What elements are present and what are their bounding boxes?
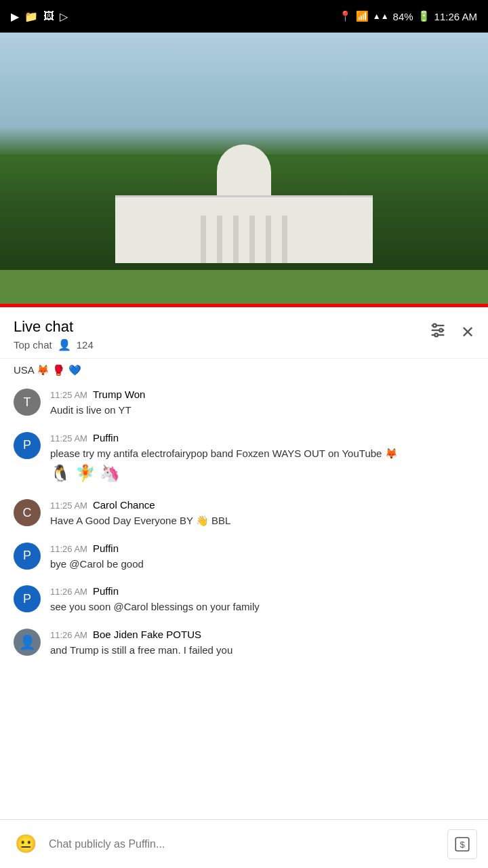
message-time: 11:26 AM: [50, 544, 87, 554]
avatar: P: [14, 542, 41, 570]
chat-message: P 11:26 AM Puffin see you soon @Carol bl…: [0, 578, 488, 622]
message-meta: 11:26 AM Puffin: [50, 585, 474, 597]
status-bar: ▶ 📁 🖼 ▷ 📍 📶 ▲▲ 84% 🔋 11:26 AM: [0, 0, 488, 33]
column: [249, 216, 255, 263]
chat-message: C 11:25 AM Carol Chance Have A Good Day …: [0, 492, 488, 536]
location-icon: 📍: [339, 10, 352, 22]
message-text: Have A Good Day Everyone BY 👋 BBL: [50, 513, 474, 529]
avatar: P: [14, 585, 41, 612]
svg-point-5: [434, 334, 438, 337]
chat-message: P 11:25 AM Puffin please try my antifa e…: [0, 425, 488, 493]
live-chat-header: Live chat Top chat 👤 124 ✕: [0, 307, 488, 359]
battery-icon: 🔋: [418, 10, 430, 22]
image-icon: 🖼: [43, 10, 54, 22]
emoji-icon: 😐: [15, 833, 37, 854]
message-text: please try my antifa electrofairypop ban…: [50, 446, 474, 486]
message-meta: 11:25 AM Trump Won: [50, 389, 474, 400]
chat-header-right: ✕: [428, 321, 474, 344]
chat-input-field[interactable]: [49, 829, 439, 859]
svg-text:$: $: [460, 840, 465, 850]
youtube-icon: ▶: [11, 10, 19, 23]
column: [217, 216, 222, 263]
emoji-button[interactable]: 😐: [11, 829, 41, 859]
chat-message: 👤 11:26 AM Boe Jiden Fake POTUS and Trum…: [0, 622, 488, 665]
chat-input-bar: 😐 $: [0, 819, 488, 868]
wh-main-building: [115, 195, 373, 263]
partial-text: USA 🦊 🥊 💙: [14, 364, 81, 376]
chat-header-left: Live chat Top chat 👤 124: [14, 318, 94, 351]
chat-message: P 11:26 AM Puffin bye @Carol be good: [0, 536, 488, 579]
message-time: 11:25 AM: [50, 500, 87, 511]
whitehouse-building: [75, 141, 413, 263]
column: [233, 216, 239, 263]
video-player[interactable]: [0, 33, 488, 304]
message-content: 11:26 AM Puffin bye @Carol be good: [50, 542, 474, 572]
message-author: Puffin: [93, 585, 119, 597]
column: [266, 216, 271, 263]
column: [201, 216, 206, 263]
avatar: 👤: [14, 629, 41, 656]
message-time: 11:26 AM: [50, 630, 87, 640]
message-content: 11:25 AM Trump Won Audit is live on YT: [50, 389, 474, 418]
status-right: 📍 📶 ▲▲ 84% 🔋 11:26 AM: [339, 10, 477, 22]
battery-text: 84%: [393, 11, 413, 22]
avatar: T: [14, 389, 41, 416]
filter-button[interactable]: [428, 321, 447, 344]
close-chat-button[interactable]: ✕: [461, 323, 474, 342]
message-text: bye @Carol be good: [50, 557, 474, 572]
partial-message: USA 🦊 🥊 💙: [0, 359, 488, 382]
message-time: 11:25 AM: [50, 433, 87, 443]
message-meta: 11:26 AM Boe Jiden Fake POTUS: [50, 629, 474, 640]
svg-point-3: [433, 324, 436, 328]
ground-background: [0, 270, 488, 304]
people-icon: 👤: [58, 338, 71, 351]
message-text: Audit is live on YT: [50, 403, 474, 418]
column: [282, 216, 287, 263]
chat-subtitle: Top chat 👤 124: [14, 338, 94, 351]
wh-columns: [176, 209, 312, 263]
message-text: and Trump is still a free man. I failed …: [50, 643, 474, 658]
message-content: 11:25 AM Puffin please try my antifa ele…: [50, 432, 474, 486]
send-icon: $: [453, 835, 471, 853]
avatar: P: [14, 432, 41, 459]
send-button[interactable]: $: [447, 829, 477, 859]
message-author: Boe Jiden Fake POTUS: [93, 629, 201, 640]
status-left: ▶ 📁 🖼 ▷: [11, 10, 68, 23]
message-time: 11:25 AM: [50, 390, 87, 400]
message-meta: 11:26 AM Puffin: [50, 542, 474, 554]
chat-messages-container: USA 🦊 🥊 💙 T 11:25 AM Trump Won Audit is …: [0, 359, 488, 713]
message-content: 11:26 AM Puffin see you soon @Carol bles…: [50, 585, 474, 615]
message-author: Trump Won: [93, 389, 146, 400]
message-text: see you soon @Carol blessings on your fa…: [50, 599, 474, 615]
message-content: 11:25 AM Carol Chance Have A Good Day Ev…: [50, 499, 474, 529]
message-author: Carol Chance: [93, 499, 155, 511]
signal-icon: ▲▲: [373, 12, 389, 21]
svg-point-4: [439, 329, 443, 332]
folder-icon: 📁: [24, 10, 38, 23]
wh-dome: [217, 144, 271, 199]
chat-message: T 11:25 AM Trump Won Audit is live on YT: [0, 382, 488, 425]
viewer-count: 124: [77, 339, 94, 351]
message-meta: 11:25 AM Puffin: [50, 432, 474, 443]
message-meta: 11:25 AM Carol Chance: [50, 499, 474, 511]
message-content: 11:26 AM Boe Jiden Fake POTUS and Trump …: [50, 629, 474, 658]
avatar: C: [14, 499, 41, 526]
message-time: 11:26 AM: [50, 587, 87, 597]
time-display: 11:26 AM: [434, 11, 477, 22]
play-store-icon: ▷: [60, 10, 68, 23]
top-chat-label: Top chat: [14, 339, 52, 351]
message-author: Puffin: [93, 432, 119, 443]
wifi-icon: 📶: [356, 10, 369, 22]
message-author: Puffin: [93, 542, 119, 554]
live-chat-title: Live chat: [14, 318, 94, 336]
